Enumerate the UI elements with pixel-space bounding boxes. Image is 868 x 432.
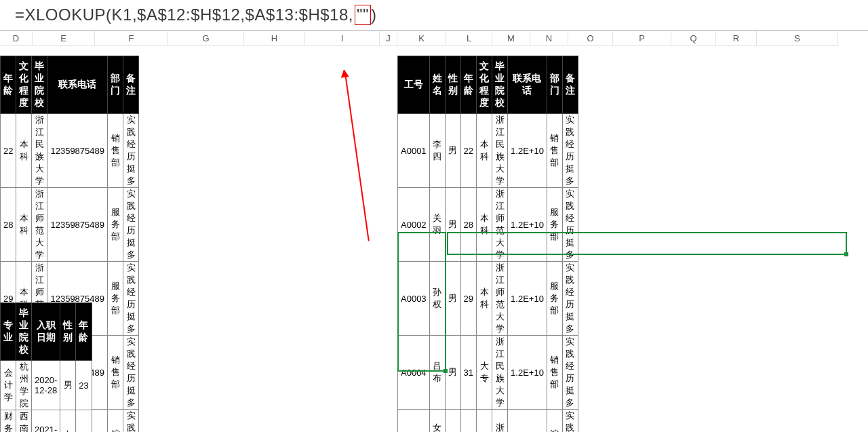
cell[interactable]: 29 [460,262,476,336]
cell[interactable]: 24 [76,410,92,433]
col-header-F[interactable]: F [95,31,168,46]
col-header-P[interactable]: P [613,31,671,46]
cell[interactable]: 浙江大学 [492,410,508,433]
cell[interactable]: 关羽 [429,188,445,262]
cell[interactable]: 杭州学院 [16,361,32,410]
cell[interactable]: 综合部 [547,410,562,433]
cell-id[interactable]: A0003 [398,262,430,336]
cell[interactable]: 本科 [477,262,492,336]
cell[interactable]: 浙江师范大学 [492,262,508,336]
cell[interactable]: 本科 [16,114,32,188]
cell[interactable]: 服务部 [108,262,123,336]
col-header-H[interactable]: H [244,31,305,46]
table-row[interactable]: A0003孙权男29本科浙江师范大学1.2E+10服务部实践经历挺多 [398,262,578,336]
table-row[interactable]: A0002关羽男28本科浙江师范大学1.2E+10服务部实践经历挺多 [398,188,578,262]
table-right[interactable]: 工号姓名性别年龄文化程度毕业院校联系电话部门备注 A0001李四男22本科浙江民… [397,56,578,432]
cell[interactable]: 浙江师范大学 [32,188,47,262]
col-header-L[interactable]: L [446,31,492,46]
cell[interactable]: 本科 [477,114,492,188]
cell[interactable]: 2021-12-29 [32,410,60,433]
cell[interactable]: 男 [60,361,76,410]
cell-id[interactable]: A0004 [398,336,430,410]
cell[interactable]: 会计学 [1,361,16,410]
cell[interactable]: 李四 [429,114,445,188]
cell[interactable]: 1.2E+10 [508,114,547,188]
col-header-J[interactable]: J [380,31,397,46]
cell[interactable]: 大专 [477,410,492,433]
cell[interactable]: 女 [445,410,460,433]
cell[interactable]: 实践经历挺多 [123,262,139,336]
cell[interactable]: 销售部 [547,114,562,188]
cell[interactable]: 12359875489 [47,114,108,188]
col-header-D[interactable]: D [0,31,33,46]
col-header-R[interactable]: R [716,31,757,46]
cell[interactable]: 浙江师范大学 [492,188,508,262]
col-header-M[interactable]: M [492,31,530,46]
table-row[interactable]: 28本科浙江师范大学12359875489服务部实践经历挺多 [1,188,139,262]
cell[interactable]: 22 [460,114,476,188]
col-header-O[interactable]: O [568,31,613,46]
formula-bar[interactable]: =XLOOKUP(K1,$A$12:$H$12,$A$13:$H$18, "" … [0,0,868,31]
cell[interactable]: 12359875489 [47,188,108,262]
table-row[interactable]: 会计学杭州学院2020-12-28男23 [1,361,92,410]
cell-id[interactable]: A0005 [398,410,430,433]
cell[interactable]: 服务部 [547,188,562,262]
cell[interactable]: 财务管理 [1,410,16,433]
cell[interactable]: 销售部 [108,114,123,188]
cell[interactable]: 实践经历挺多 [562,188,578,262]
cell[interactable]: 西南大学 [16,410,32,433]
cell[interactable]: 实践经历挺多 [123,336,139,410]
col-header-E[interactable]: E [33,31,95,46]
table-row[interactable]: A0005女儿国王女36大专浙江大学1.2E+10综合部实践经历挺多 [398,410,578,433]
table-left-lower[interactable]: 专业毕业院校入职日期性别年龄 会计学杭州学院2020-12-28男23财务管理西… [0,302,92,432]
col-header-N[interactable]: N [530,31,568,46]
cell[interactable]: 1.2E+10 [508,336,547,410]
cell[interactable]: 1.2E+10 [508,262,547,336]
cell[interactable]: 22 [1,114,16,188]
cell[interactable]: 浙江民族大学 [32,114,47,188]
cell[interactable]: 销售部 [547,336,562,410]
cell[interactable]: 23 [76,361,92,410]
cell[interactable]: 本科 [477,188,492,262]
cell[interactable]: 服务部 [547,262,562,336]
col-header-I[interactable]: I [305,31,380,46]
table-row[interactable]: A0001李四男22本科浙江民族大学1.2E+10销售部实践经历挺多 [398,114,578,188]
table-row[interactable]: 财务管理西南大学2021-12-29女24 [1,410,92,433]
cell[interactable]: 实践经历挺多 [562,262,578,336]
cell[interactable]: 孙权 [429,262,445,336]
col-header-S[interactable]: S [757,31,838,46]
cell[interactable]: 实践经历挺多 [562,410,578,433]
col-header-Q[interactable]: Q [671,31,716,46]
cell[interactable]: 男 [445,114,460,188]
cell[interactable]: 2020-12-28 [32,361,60,410]
cell[interactable]: 实践经历挺多 [123,188,139,262]
cell[interactable]: 男 [445,262,460,336]
cell[interactable]: 实践经历挺多 [562,336,578,410]
table-row[interactable]: 22本科浙江民族大学12359875489销售部实践经历挺多 [1,114,139,188]
cell[interactable]: 36 [460,410,476,433]
cell-id[interactable]: A0001 [398,114,430,188]
cell[interactable]: 28 [1,188,16,262]
cell[interactable]: 大专 [477,336,492,410]
cell[interactable]: 31 [460,336,476,410]
cell-id[interactable]: A0002 [398,188,430,262]
table-row[interactable]: A0004吕布男31大专浙江民族大学1.2E+10销售部实践经历挺多 [398,336,578,410]
cell[interactable]: 女 [60,410,76,433]
cell[interactable]: 浙江民族大学 [492,336,508,410]
cell[interactable]: 销售部 [108,336,123,410]
cell[interactable]: 综合部 [108,410,123,433]
col-header-G[interactable]: G [168,31,244,46]
col-header-K[interactable]: K [397,31,446,46]
cell[interactable]: 女儿国王 [429,410,445,433]
cell[interactable]: 浙江民族大学 [492,114,508,188]
cell[interactable]: 1.2E+10 [508,188,547,262]
cell[interactable]: 实践经历挺多 [562,114,578,188]
cell[interactable]: 男 [445,336,460,410]
cell[interactable]: 吕布 [429,336,445,410]
cell[interactable]: 男 [445,188,460,262]
cell[interactable]: 实践经历挺多 [123,114,139,188]
cell[interactable]: 28 [460,188,476,262]
cell[interactable]: 实践经历挺多 [123,410,139,433]
cell[interactable]: 服务部 [108,188,123,262]
cell[interactable]: 1.2E+10 [508,410,547,433]
